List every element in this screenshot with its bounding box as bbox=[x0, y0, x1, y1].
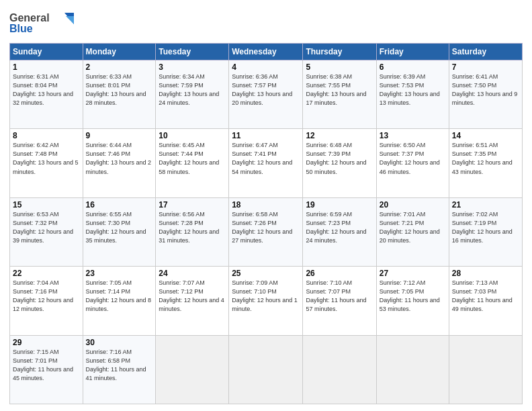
day-info: Sunrise: 6:44 AMSunset: 7:46 PMDaylight:… bbox=[86, 142, 152, 175]
day-number: 17 bbox=[159, 200, 226, 210]
day-number: 13 bbox=[380, 131, 446, 140]
svg-text:General: General bbox=[9, 12, 50, 24]
table-cell: 29Sunrise: 7:15 AMSunset: 7:01 PMDayligh… bbox=[10, 335, 83, 404]
calendar-week: 29Sunrise: 7:15 AMSunset: 7:01 PMDayligh… bbox=[10, 335, 523, 404]
day-info: Sunrise: 6:42 AMSunset: 7:48 PMDaylight:… bbox=[13, 142, 79, 175]
day-number: 20 bbox=[380, 200, 446, 210]
day-number: 14 bbox=[452, 131, 519, 140]
col-monday: Monday bbox=[83, 44, 156, 60]
table-cell: 26Sunrise: 7:10 AMSunset: 7:07 PMDayligh… bbox=[303, 267, 376, 335]
table-cell: 7Sunrise: 6:41 AMSunset: 7:50 PMDaylight… bbox=[449, 60, 522, 129]
col-sunday: Sunday bbox=[10, 44, 83, 60]
day-number: 28 bbox=[452, 269, 519, 278]
day-number: 9 bbox=[86, 131, 153, 140]
day-info: Sunrise: 6:45 AMSunset: 7:44 PMDaylight:… bbox=[159, 142, 219, 175]
day-info: Sunrise: 6:56 AMSunset: 7:28 PMDaylight:… bbox=[159, 211, 219, 244]
calendar-week: 15Sunrise: 6:53 AMSunset: 7:32 PMDayligh… bbox=[10, 197, 523, 266]
col-tuesday: Tuesday bbox=[156, 44, 229, 60]
day-number: 25 bbox=[232, 269, 300, 278]
table-cell: 28Sunrise: 7:13 AMSunset: 7:03 PMDayligh… bbox=[449, 267, 522, 335]
col-saturday: Saturday bbox=[449, 44, 522, 60]
day-info: Sunrise: 7:07 AMSunset: 7:12 PMDaylight:… bbox=[159, 279, 224, 312]
table-cell: 20Sunrise: 7:01 AMSunset: 7:21 PMDayligh… bbox=[376, 197, 449, 266]
day-info: Sunrise: 6:39 AMSunset: 7:53 PMDaylight:… bbox=[380, 73, 440, 106]
col-wednesday: Wednesday bbox=[229, 44, 303, 60]
day-number: 4 bbox=[232, 62, 300, 72]
col-friday: Friday bbox=[376, 44, 449, 60]
day-info: Sunrise: 6:47 AMSunset: 7:41 PMDaylight:… bbox=[232, 142, 292, 175]
table-cell: 3Sunrise: 6:34 AMSunset: 7:59 PMDaylight… bbox=[156, 60, 229, 129]
day-number: 8 bbox=[13, 131, 80, 140]
day-info: Sunrise: 7:13 AMSunset: 7:03 PMDaylight:… bbox=[452, 279, 513, 312]
calendar-week: 1Sunrise: 6:31 AMSunset: 8:04 PMDaylight… bbox=[10, 60, 523, 129]
day-info: Sunrise: 6:59 AMSunset: 7:23 PMDaylight:… bbox=[306, 211, 366, 244]
table-cell: 1Sunrise: 6:31 AMSunset: 8:04 PMDaylight… bbox=[10, 60, 83, 129]
day-info: Sunrise: 7:10 AMSunset: 7:07 PMDaylight:… bbox=[306, 279, 366, 312]
table-cell: 10Sunrise: 6:45 AMSunset: 7:44 PMDayligh… bbox=[156, 129, 229, 197]
day-number: 5 bbox=[306, 62, 373, 72]
day-number: 6 bbox=[380, 62, 446, 72]
day-number: 29 bbox=[13, 338, 80, 347]
table-cell: 11Sunrise: 6:47 AMSunset: 7:41 PMDayligh… bbox=[229, 129, 303, 197]
table-cell: 13Sunrise: 6:50 AMSunset: 7:37 PMDayligh… bbox=[376, 129, 449, 197]
table-cell: 6Sunrise: 6:39 AMSunset: 7:53 PMDaylight… bbox=[376, 60, 449, 129]
day-number: 15 bbox=[13, 200, 80, 210]
day-info: Sunrise: 7:12 AMSunset: 7:05 PMDaylight:… bbox=[380, 279, 440, 312]
day-number: 7 bbox=[452, 62, 519, 72]
day-info: Sunrise: 7:04 AMSunset: 7:16 PMDaylight:… bbox=[13, 279, 73, 312]
day-info: Sunrise: 7:15 AMSunset: 7:01 PMDaylight:… bbox=[13, 349, 73, 381]
day-info: Sunrise: 6:55 AMSunset: 7:30 PMDaylight:… bbox=[86, 211, 146, 244]
day-info: Sunrise: 7:05 AMSunset: 7:14 PMDaylight:… bbox=[86, 279, 152, 312]
day-number: 2 bbox=[86, 62, 153, 72]
table-cell: 12Sunrise: 6:48 AMSunset: 7:39 PMDayligh… bbox=[303, 129, 376, 197]
logo-text: General Blue bbox=[9, 9, 77, 39]
table-cell bbox=[303, 335, 376, 404]
calendar-week: 22Sunrise: 7:04 AMSunset: 7:16 PMDayligh… bbox=[10, 267, 523, 335]
day-number: 12 bbox=[306, 131, 373, 140]
table-cell bbox=[449, 335, 522, 404]
day-number: 19 bbox=[306, 200, 373, 210]
table-cell: 22Sunrise: 7:04 AMSunset: 7:16 PMDayligh… bbox=[10, 267, 83, 335]
table-cell: 17Sunrise: 6:56 AMSunset: 7:28 PMDayligh… bbox=[156, 197, 229, 266]
day-number: 21 bbox=[452, 200, 519, 210]
table-cell bbox=[376, 335, 449, 404]
table-cell: 4Sunrise: 6:36 AMSunset: 7:57 PMDaylight… bbox=[229, 60, 303, 129]
day-number: 26 bbox=[306, 269, 373, 278]
table-cell: 21Sunrise: 7:02 AMSunset: 7:19 PMDayligh… bbox=[449, 197, 522, 266]
calendar-body: 1Sunrise: 6:31 AMSunset: 8:04 PMDaylight… bbox=[10, 60, 523, 404]
table-cell bbox=[229, 335, 303, 404]
calendar-header: Sunday Monday Tuesday Wednesday Thursday… bbox=[10, 44, 523, 60]
table-cell: 2Sunrise: 6:33 AMSunset: 8:01 PMDaylight… bbox=[83, 60, 156, 129]
table-cell: 27Sunrise: 7:12 AMSunset: 7:05 PMDayligh… bbox=[376, 267, 449, 335]
day-number: 22 bbox=[13, 269, 80, 278]
day-info: Sunrise: 6:31 AMSunset: 8:04 PMDaylight:… bbox=[13, 73, 73, 106]
logo: General Blue bbox=[9, 9, 77, 39]
day-number: 3 bbox=[159, 62, 226, 72]
table-cell: 25Sunrise: 7:09 AMSunset: 7:10 PMDayligh… bbox=[229, 267, 303, 335]
day-info: Sunrise: 6:53 AMSunset: 7:32 PMDaylight:… bbox=[13, 211, 73, 244]
table-cell: 15Sunrise: 6:53 AMSunset: 7:32 PMDayligh… bbox=[10, 197, 83, 266]
day-number: 11 bbox=[232, 131, 300, 140]
col-thursday: Thursday bbox=[303, 44, 376, 60]
table-cell: 30Sunrise: 7:16 AMSunset: 6:58 PMDayligh… bbox=[83, 335, 156, 404]
table-cell: 16Sunrise: 6:55 AMSunset: 7:30 PMDayligh… bbox=[83, 197, 156, 266]
table-cell bbox=[156, 335, 229, 404]
svg-text:Blue: Blue bbox=[9, 23, 33, 34]
day-info: Sunrise: 6:48 AMSunset: 7:39 PMDaylight:… bbox=[306, 142, 366, 175]
day-number: 16 bbox=[86, 200, 153, 210]
day-info: Sunrise: 7:01 AMSunset: 7:21 PMDaylight:… bbox=[380, 211, 440, 244]
calendar-table: Sunday Monday Tuesday Wednesday Thursday… bbox=[9, 43, 523, 404]
table-cell: 23Sunrise: 7:05 AMSunset: 7:14 PMDayligh… bbox=[83, 267, 156, 335]
day-info: Sunrise: 6:58 AMSunset: 7:26 PMDaylight:… bbox=[232, 211, 292, 244]
day-number: 24 bbox=[159, 269, 226, 278]
table-cell: 24Sunrise: 7:07 AMSunset: 7:12 PMDayligh… bbox=[156, 267, 229, 335]
day-info: Sunrise: 7:16 AMSunset: 6:58 PMDaylight:… bbox=[86, 349, 146, 381]
day-info: Sunrise: 6:33 AMSunset: 8:01 PMDaylight:… bbox=[86, 73, 146, 106]
day-info: Sunrise: 6:38 AMSunset: 7:55 PMDaylight:… bbox=[306, 73, 366, 106]
day-number: 18 bbox=[232, 200, 300, 210]
days-header-row: Sunday Monday Tuesday Wednesday Thursday… bbox=[10, 44, 523, 60]
day-info: Sunrise: 6:36 AMSunset: 7:57 PMDaylight:… bbox=[232, 73, 292, 106]
day-number: 30 bbox=[86, 338, 153, 347]
table-cell: 5Sunrise: 6:38 AMSunset: 7:55 PMDaylight… bbox=[303, 60, 376, 129]
table-cell: 19Sunrise: 6:59 AMSunset: 7:23 PMDayligh… bbox=[303, 197, 376, 266]
